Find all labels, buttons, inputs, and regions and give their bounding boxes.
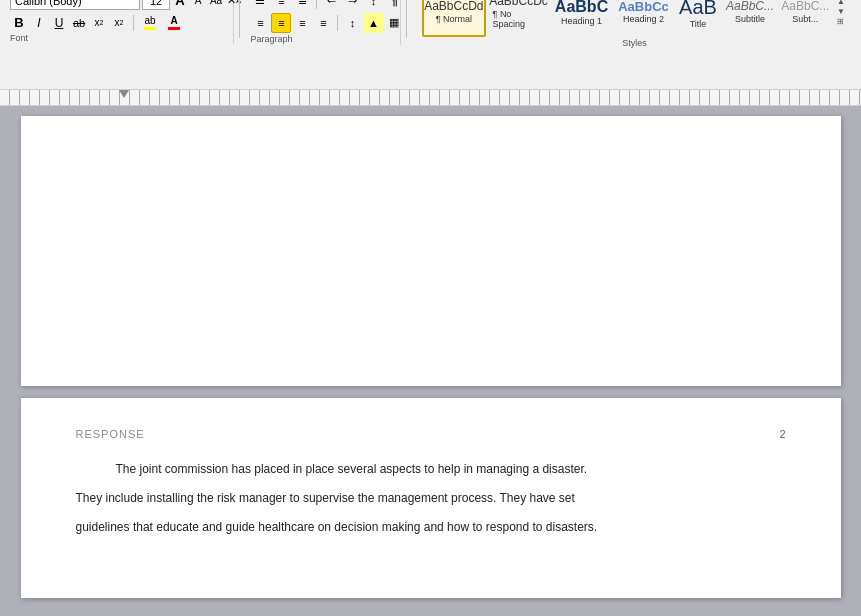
page-paragraph-3: guidelines that educate and guide health… bbox=[76, 518, 786, 537]
font-size-input[interactable] bbox=[142, 0, 170, 10]
underline-button[interactable]: U bbox=[50, 14, 68, 32]
para-row1: ☰ ≡ ≣ ⇐ ⇒ ↕ ¶ bbox=[250, 0, 404, 11]
divider bbox=[337, 15, 338, 31]
page-paragraph-1: The joint commission has placed in place… bbox=[76, 460, 786, 479]
style-no-spacing-preview: AaBbCcDc bbox=[489, 0, 548, 9]
style-heading2-label: Heading 2 bbox=[623, 14, 664, 24]
styles-group-label: Styles bbox=[622, 37, 647, 49]
font-shrink-button[interactable]: A bbox=[190, 0, 206, 9]
divider bbox=[133, 15, 134, 31]
style-title-button[interactable]: AaB Title bbox=[676, 0, 721, 37]
styles-expand-arrow[interactable]: ⊞ bbox=[837, 18, 845, 26]
style-title-preview: AaB bbox=[679, 0, 717, 19]
style-no-spacing-button[interactable]: AaBbCcDc ¶ No Spacing bbox=[488, 0, 550, 37]
styles-scroll-arrows[interactable]: ▲ ▼ ⊞ bbox=[835, 0, 847, 28]
group-divider-1 bbox=[239, 0, 240, 38]
ribbon-top-row: A A Aa ✕A B I U ab x2 x2 ab bbox=[0, 0, 861, 35]
style-title-label: Title bbox=[690, 19, 707, 29]
align-center-button[interactable]: ≡ bbox=[271, 13, 291, 33]
style-normal-label: ¶ Normal bbox=[436, 14, 472, 24]
page-2-header: RESPONSE 2 bbox=[76, 428, 786, 440]
page-1 bbox=[21, 116, 841, 386]
styles-down-arrow[interactable]: ▼ bbox=[837, 8, 845, 16]
style-subtitle-label: Subtitle bbox=[735, 14, 765, 24]
paragraph-group-label: Paragraph bbox=[250, 33, 292, 45]
style-heading2-preview: AaBbCc bbox=[618, 0, 669, 14]
page-body: The joint commission has placed in place… bbox=[76, 460, 786, 538]
bold-button[interactable]: B bbox=[10, 14, 28, 32]
styles-group: AaBbCcDd ¶ Normal AaBbCcDc ¶ No Spacing bbox=[412, 0, 857, 49]
style-subtitle2-preview: AaBbC... bbox=[781, 0, 829, 14]
change-case-button[interactable]: Aa bbox=[208, 0, 224, 9]
bullet-list-button[interactable]: ☰ bbox=[250, 0, 270, 11]
strikethrough-button[interactable]: ab bbox=[70, 14, 88, 32]
font-grow-button[interactable]: A bbox=[172, 0, 188, 9]
style-subtitle-preview: AaBbC... bbox=[726, 0, 774, 14]
page-paragraph-2: They include installing the risk manager… bbox=[76, 489, 786, 508]
highlight-icon: ab bbox=[144, 15, 155, 26]
style-heading1-preview: AaBbC bbox=[555, 0, 608, 16]
group-divider-2 bbox=[406, 0, 407, 38]
sort-button[interactable]: ↕ bbox=[363, 0, 383, 11]
ribbon: A A Aa ✕A B I U ab x2 x2 ab bbox=[0, 0, 861, 90]
highlight-color-bar bbox=[144, 27, 156, 30]
document-area: RESPONSE 2 The joint commission has plac… bbox=[0, 106, 861, 616]
style-subtitle2-label: Subt... bbox=[792, 14, 818, 24]
shading-button[interactable]: ▲ bbox=[363, 13, 383, 33]
style-heading1-button[interactable]: AaBbC Heading 1 bbox=[552, 0, 612, 37]
decrease-indent-button[interactable]: ⇐ bbox=[321, 0, 341, 11]
line-spacing-button[interactable]: ↕ bbox=[342, 13, 362, 33]
divider bbox=[316, 0, 317, 9]
font-name-row: A A Aa ✕A bbox=[10, 0, 242, 10]
number-list-button[interactable]: ≡ bbox=[271, 0, 291, 11]
font-format-row: B I U ab x2 x2 ab A bbox=[10, 14, 185, 32]
page-header-text: RESPONSE bbox=[76, 428, 145, 440]
styles-up-arrow[interactable]: ▲ bbox=[837, 0, 845, 6]
style-heading1-label: Heading 1 bbox=[561, 16, 602, 26]
ruler-marks bbox=[0, 90, 861, 105]
show-para-button[interactable]: ¶ bbox=[384, 0, 404, 11]
font-name-input[interactable] bbox=[10, 0, 140, 10]
style-subtitle-button[interactable]: AaBbC... Subtitle bbox=[723, 0, 778, 37]
italic-button[interactable]: I bbox=[30, 14, 48, 32]
style-no-spacing-label: ¶ No Spacing bbox=[493, 9, 545, 29]
style-heading2-button[interactable]: AaBbCc Heading 2 bbox=[614, 0, 674, 37]
ruler bbox=[0, 90, 861, 106]
clear-format-button[interactable]: ✕A bbox=[226, 0, 242, 9]
font-color-bar bbox=[168, 27, 180, 30]
multilevel-list-button[interactable]: ≣ bbox=[292, 0, 312, 11]
highlight-button[interactable]: ab bbox=[139, 14, 161, 32]
font-group: A A Aa ✕A B I U ab x2 x2 ab bbox=[4, 0, 234, 44]
align-left-button[interactable]: ≡ bbox=[250, 13, 270, 33]
style-normal-button[interactable]: AaBbCcDd ¶ Normal bbox=[422, 0, 485, 37]
styles-buttons: AaBbCcDd ¶ Normal AaBbCcDc ¶ No Spacing bbox=[418, 0, 851, 37]
increase-indent-button[interactable]: ⇒ bbox=[342, 0, 362, 11]
font-group-label: Font bbox=[10, 32, 28, 44]
page-number: 2 bbox=[779, 428, 785, 440]
align-right-button[interactable]: ≡ bbox=[292, 13, 312, 33]
subscript-button[interactable]: x2 bbox=[90, 14, 108, 32]
font-color-icon: A bbox=[170, 15, 177, 26]
font-color-button[interactable]: A bbox=[163, 14, 185, 32]
superscript-button[interactable]: x2 bbox=[110, 14, 128, 32]
style-subtitle2-button[interactable]: AaBbC... Subt... bbox=[780, 0, 832, 37]
justify-button[interactable]: ≡ bbox=[313, 13, 333, 33]
ruler-indent-marker[interactable] bbox=[119, 90, 129, 98]
page-2[interactable]: RESPONSE 2 The joint commission has plac… bbox=[21, 398, 841, 598]
style-normal-preview: AaBbCcDd bbox=[424, 0, 483, 14]
paragraph-group: ☰ ≡ ≣ ⇐ ⇒ ↕ ¶ ≡ ≡ ≡ ≡ ↕ ▲ bbox=[244, 0, 401, 45]
para-row2: ≡ ≡ ≡ ≡ ↕ ▲ ▦ bbox=[250, 13, 404, 33]
borders-button[interactable]: ▦ bbox=[384, 13, 404, 33]
